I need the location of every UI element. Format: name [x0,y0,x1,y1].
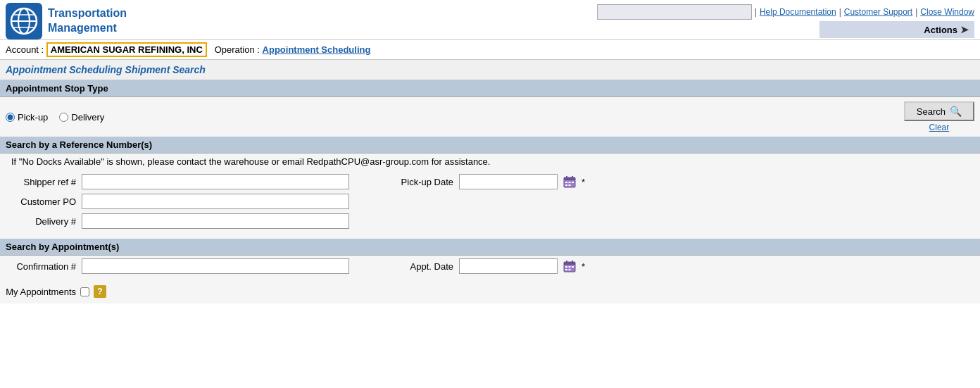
link-separator-1: | [755,7,757,17]
pickup-date-calendar-button[interactable] [563,175,576,188]
help-documentation-link[interactable]: Help Documentation [760,7,836,17]
clear-link[interactable]: Clear [929,123,950,132]
delivery-radio[interactable] [59,113,68,122]
svg-rect-19 [569,266,571,268]
search-icon: 🔍 [950,106,962,117]
actions-button[interactable]: Actions ➤ [924,24,969,35]
svg-rect-21 [565,269,567,270]
pickup-label: Pick-up [18,112,48,123]
page-title: Appointment Scheduling Shipment Search [0,60,980,80]
help-icon[interactable]: ? [94,285,106,298]
logo-box: Transportation Management [6,3,127,39]
link-separator-2: | [839,7,841,17]
svg-rect-9 [565,182,567,183]
appt-date-label: Appt. Date [383,261,453,272]
operation-prefix: Operation : [215,44,260,55]
my-appointments-checkbox[interactable] [80,287,89,296]
form-area: Appointment Scheduling Shipment Search A… [0,60,980,303]
appt-calendar-icon [563,260,576,273]
top-left: Transportation Management [6,3,127,39]
svg-rect-11 [572,182,574,183]
account-name: AMERICAN SUGAR REFINING, INC [46,42,207,57]
logo-text: Transportation Management [48,6,127,36]
account-bar: Account : AMERICAN SUGAR REFINING, INC O… [0,40,980,60]
appointment-section-header: Search by Appointment(s) [0,239,980,256]
appt-date-required: * [582,261,585,272]
top-right: | Help Documentation | Customer Support … [597,4,974,38]
actions-label: Actions [924,25,957,35]
reference-fields: Shipper ref # Pick-up Date * [0,171,980,239]
customer-po-label: Customer PO [6,196,76,207]
my-appointments-row: My Appointments ? [0,284,980,303]
top-search-input[interactable] [597,4,752,20]
customer-support-link[interactable]: Customer Support [844,7,912,17]
link-separator-3: | [915,7,917,17]
actions-bar: Actions ➤ [819,21,974,38]
logo-icon [6,3,42,39]
delivery-num-label: Delivery # [6,216,76,227]
reference-section-header: Search by a Reference Number(s) [0,137,980,154]
stop-type-row: Pick-up Delivery Search 🔍 Clear [0,97,980,137]
delivery-num-row: Delivery # [6,213,974,229]
svg-rect-12 [565,184,567,186]
search-button-label: Search [917,106,946,117]
close-window-link[interactable]: Close Window [920,7,974,17]
confirmation-row: Confirmation # Appt. Date * [6,258,974,274]
pickup-date-label: Pick-up Date [383,177,453,187]
search-clear-group: Search 🔍 Clear [904,101,974,132]
svg-rect-10 [569,182,571,183]
customer-po-row: Customer PO [6,194,974,209]
info-message: If "No Docks Available" is shown, please… [0,154,980,171]
shipper-ref-row: Shipper ref # Pick-up Date * [6,174,974,189]
top-bar: Transportation Management | Help Documen… [0,0,980,40]
delivery-label: Delivery [71,112,104,123]
appt-date-input[interactable] [459,258,558,274]
svg-rect-20 [572,266,574,268]
appt-date-calendar-button[interactable] [563,260,576,273]
search-button[interactable]: Search 🔍 [904,101,974,121]
account-prefix: Account : [6,44,44,55]
stop-type-options: Pick-up Delivery [6,112,104,123]
svg-rect-6 [564,177,575,180]
delivery-num-input[interactable] [82,213,349,229]
customer-po-input[interactable] [82,194,349,209]
shipper-ref-label: Shipper ref # [6,177,76,187]
appointment-fields: Confirmation # Appt. Date * [0,256,980,284]
svg-rect-13 [569,184,571,186]
stop-type-header: Appointment Stop Type [0,80,980,97]
chevron-right-icon: ➤ [960,24,969,35]
svg-rect-15 [564,262,575,265]
my-appointments-label: My Appointments [6,287,76,297]
top-links: | Help Documentation | Customer Support … [597,4,974,20]
svg-rect-18 [565,266,567,268]
pickup-date-required: * [582,177,585,187]
pickup-radio-label[interactable]: Pick-up [6,112,48,123]
svg-rect-22 [569,269,571,270]
confirmation-input[interactable] [82,258,349,274]
pickup-radio[interactable] [6,113,15,122]
shipper-ref-input[interactable] [82,174,349,189]
delivery-radio-label[interactable]: Delivery [59,112,104,123]
pickup-date-input[interactable] [459,174,558,189]
confirmation-label: Confirmation # [6,261,76,272]
operation-link[interactable]: Appointment Scheduling [263,44,371,55]
calendar-icon [563,175,576,188]
